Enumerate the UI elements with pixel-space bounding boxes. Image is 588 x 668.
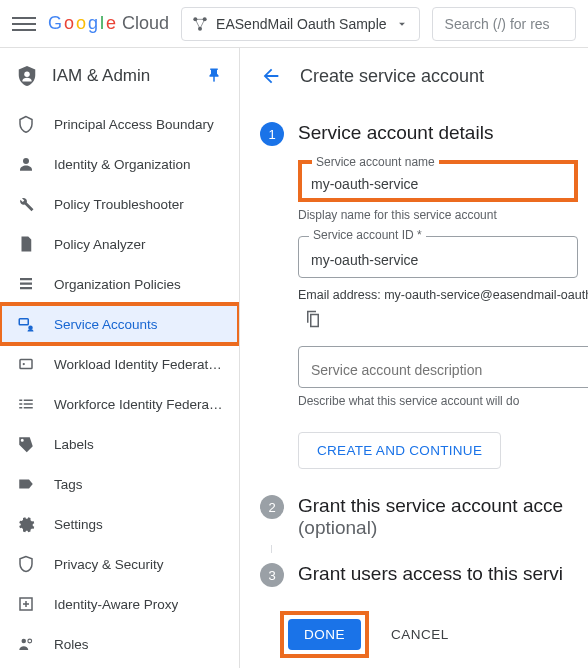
service-account-icon bbox=[16, 314, 36, 334]
svg-point-11 bbox=[28, 639, 32, 643]
gear-icon bbox=[16, 514, 36, 534]
step-3-title: Grant users access to this servi bbox=[298, 563, 563, 587]
pin-icon[interactable] bbox=[205, 67, 223, 85]
tag-icon bbox=[16, 434, 36, 454]
top-bar: Google Cloud EASendMail Oauth Sample Sea… bbox=[0, 0, 588, 48]
document-icon bbox=[16, 234, 36, 254]
svg-point-3 bbox=[24, 71, 30, 77]
desc-helper: Describe what this service account will … bbox=[298, 394, 588, 408]
svg-point-4 bbox=[23, 158, 29, 164]
sidebar-item-policy-analyzer[interactable]: Policy Analyzer bbox=[0, 224, 239, 264]
wrench-icon bbox=[16, 194, 36, 214]
service-account-name-input[interactable] bbox=[311, 176, 565, 192]
name-field-label: Service account name bbox=[312, 155, 439, 169]
page-title: Create service account bbox=[300, 66, 484, 87]
sidebar-item-workforce-identity[interactable]: Workforce Identity Federa… bbox=[0, 384, 239, 424]
workforce-icon bbox=[16, 394, 36, 414]
sidebar-nav[interactable]: Principal Access Boundary Identity & Org… bbox=[0, 104, 239, 668]
done-highlight: DONE bbox=[280, 611, 369, 658]
sidebar-item-privacy-security[interactable]: Privacy & Security bbox=[0, 544, 239, 584]
boundary-icon bbox=[16, 114, 36, 134]
sidebar: IAM & Admin Principal Access Boundary Id… bbox=[0, 48, 240, 668]
service-account-id-input[interactable] bbox=[311, 252, 565, 268]
svg-point-10 bbox=[22, 639, 27, 644]
name-helper: Display name for this service account bbox=[298, 208, 588, 222]
google-cloud-logo[interactable]: Google Cloud bbox=[48, 13, 169, 34]
sidebar-item-service-accounts[interactable]: Service Accounts bbox=[0, 304, 239, 344]
sidebar-title: IAM & Admin bbox=[52, 66, 150, 86]
service-account-id-field[interactable]: Service account ID * bbox=[298, 236, 578, 278]
sidebar-item-identity-org[interactable]: Identity & Organization bbox=[0, 144, 239, 184]
chevron-down-icon bbox=[395, 17, 409, 31]
iam-admin-icon bbox=[16, 65, 38, 87]
cancel-button[interactable]: CANCEL bbox=[391, 627, 449, 642]
copy-icon[interactable] bbox=[304, 310, 322, 328]
service-account-name-field[interactable]: Service account name bbox=[298, 160, 578, 202]
email-address-row: Email address: my-oauth-service@easendma… bbox=[298, 288, 588, 302]
sidebar-item-manage-resources[interactable]: Manage Resources bbox=[0, 664, 239, 668]
service-account-desc-field[interactable] bbox=[298, 346, 588, 388]
sidebar-item-iap[interactable]: Identity-Aware Proxy bbox=[0, 584, 239, 624]
sidebar-header: IAM & Admin bbox=[0, 48, 239, 104]
done-button[interactable]: DONE bbox=[288, 619, 361, 650]
page-header: Create service account bbox=[240, 48, 588, 104]
project-icon bbox=[192, 16, 208, 32]
svg-rect-7 bbox=[20, 360, 32, 369]
iap-icon bbox=[16, 594, 36, 614]
list-icon bbox=[16, 274, 36, 294]
project-picker[interactable]: EASendMail Oauth Sample bbox=[181, 7, 419, 41]
label-icon bbox=[16, 474, 36, 494]
roles-icon bbox=[16, 634, 36, 654]
sidebar-item-labels[interactable]: Labels bbox=[0, 424, 239, 464]
step-2-title: Grant this service account acce (optiona… bbox=[298, 495, 563, 539]
step-1-badge: 1 bbox=[260, 122, 284, 146]
back-arrow-icon[interactable] bbox=[260, 65, 282, 87]
sidebar-item-principal-access[interactable]: Principal Access Boundary bbox=[0, 104, 239, 144]
sidebar-item-tags[interactable]: Tags bbox=[0, 464, 239, 504]
hamburger-menu-icon[interactable] bbox=[12, 12, 36, 36]
main-content: Create service account 1 Service account… bbox=[240, 48, 588, 668]
sidebar-item-settings[interactable]: Settings bbox=[0, 504, 239, 544]
person-icon bbox=[16, 154, 36, 174]
create-and-continue-button[interactable]: CREATE AND CONTINUE bbox=[298, 432, 501, 469]
step-3-badge: 3 bbox=[260, 563, 284, 587]
step-2-badge: 2 bbox=[260, 495, 284, 519]
search-input[interactable]: Search (/) for res bbox=[432, 7, 576, 41]
sidebar-item-org-policies[interactable]: Organization Policies bbox=[0, 264, 239, 304]
workload-icon bbox=[16, 354, 36, 374]
search-placeholder: Search (/) for res bbox=[445, 16, 550, 32]
sidebar-item-workload-identity[interactable]: Workload Identity Federat… bbox=[0, 344, 239, 384]
sidebar-item-roles[interactable]: Roles bbox=[0, 624, 239, 664]
sidebar-item-policy-troubleshooter[interactable]: Policy Troubleshooter bbox=[0, 184, 239, 224]
service-account-desc-input[interactable] bbox=[311, 362, 585, 378]
footer-actions: DONE CANCEL bbox=[260, 601, 588, 658]
svg-rect-5 bbox=[19, 319, 28, 325]
id-field-label: Service account ID * bbox=[309, 228, 426, 242]
svg-point-8 bbox=[23, 363, 25, 365]
project-name: EASendMail Oauth Sample bbox=[216, 16, 386, 32]
step-1-title: Service account details bbox=[298, 122, 493, 146]
shield-icon bbox=[16, 554, 36, 574]
